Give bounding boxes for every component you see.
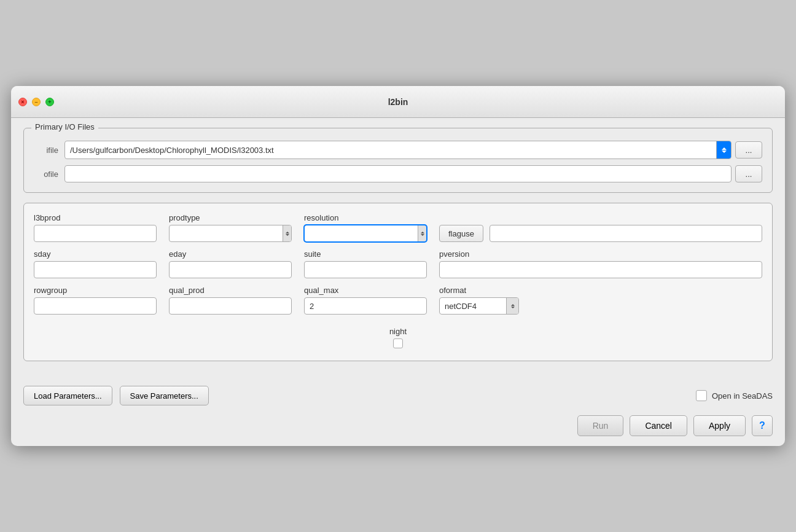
oformat-value: netCDF4: [440, 302, 506, 311]
ofile-row: ofile ...: [34, 165, 762, 182]
qual-prod-label: qual_prod: [169, 286, 292, 295]
prodtype-spinner[interactable]: [283, 225, 291, 242]
prodtype-label: prodtype: [169, 213, 292, 222]
load-parameters-button[interactable]: Load Parameters...: [23, 386, 112, 405]
params-row-2: sday eday suite pversion: [34, 249, 762, 278]
ifile-input[interactable]: [65, 141, 716, 158]
resolution-item: resolution: [304, 213, 427, 242]
close-button[interactable]: ×: [18, 98, 27, 106]
qual-max-input[interactable]: [304, 297, 427, 315]
window-controls: × – +: [18, 98, 54, 106]
ofile-browse-button[interactable]: ...: [735, 165, 762, 182]
night-item: night: [389, 327, 407, 348]
ofile-input[interactable]: [64, 165, 732, 182]
flaguse-item: . flaguse: [439, 213, 762, 242]
open-seadas-wrapper: Open in SeaDAS: [696, 390, 773, 401]
sday-item: sday: [34, 249, 157, 278]
suite-label: suite: [304, 249, 427, 259]
bottom-bar: Load Parameters... Save Parameters... Op…: [11, 381, 785, 415]
prodtype-input[interactable]: [170, 225, 283, 241]
app-window: × – + l2bin Primary I/O Files ifile: [11, 86, 785, 446]
params-row-1: l3bprod prodtype resol: [34, 213, 762, 242]
cancel-button[interactable]: Cancel: [630, 415, 687, 436]
qual-prod-input[interactable]: [169, 297, 292, 315]
oformat-item: oformat netCDF4: [439, 286, 762, 315]
eday-input[interactable]: [169, 261, 292, 278]
params-row-4: night: [34, 322, 762, 351]
sday-label: sday: [34, 249, 157, 259]
ifile-spinner[interactable]: [716, 141, 731, 158]
ofile-input-wrapper: ...: [64, 165, 762, 182]
ofile-label: ofile: [34, 170, 58, 179]
prodtype-item: prodtype: [169, 213, 292, 242]
main-content: Primary I/O Files ifile ...: [11, 118, 785, 381]
qual-max-item: qual_max: [304, 286, 427, 315]
minimize-button[interactable]: –: [32, 98, 41, 106]
resolution-input[interactable]: [305, 225, 418, 241]
sday-input[interactable]: [34, 261, 157, 278]
resolution-label: resolution: [304, 213, 427, 222]
qual-prod-item: qual_prod: [169, 286, 292, 315]
rowgroup-input[interactable]: [34, 297, 157, 315]
parameters-section: l3bprod prodtype resol: [23, 203, 773, 361]
eday-item: eday: [169, 249, 292, 278]
maximize-button[interactable]: +: [45, 98, 54, 106]
flaguse-button[interactable]: flaguse: [439, 225, 483, 242]
primary-io-legend: Primary I/O Files: [31, 122, 98, 131]
help-button[interactable]: ?: [752, 415, 773, 436]
save-parameters-button[interactable]: Save Parameters...: [120, 386, 209, 405]
apply-button[interactable]: Apply: [693, 415, 746, 436]
open-seadas-label: Open in SeaDAS: [712, 391, 773, 401]
eday-label: eday: [169, 249, 292, 259]
resolution-select-wrapper: [304, 225, 427, 242]
action-bar: Run Cancel Apply ?: [11, 415, 785, 446]
rowgroup-label: rowgroup: [34, 286, 157, 295]
qual-max-label: qual_max: [304, 286, 427, 295]
suite-input[interactable]: [304, 261, 427, 278]
l3bprod-input[interactable]: [34, 225, 157, 242]
oformat-label: oformat: [439, 286, 762, 295]
ifile-input-container: [64, 141, 732, 159]
params-row-3: rowgroup qual_prod qual_max oformat: [34, 286, 762, 315]
resolution-spinner[interactable]: [418, 225, 426, 242]
oformat-select-wrapper: netCDF4: [439, 297, 519, 315]
open-seadas-checkbox[interactable]: [696, 390, 707, 401]
ifile-row: ifile ...: [34, 141, 762, 159]
night-checkbox[interactable]: [393, 338, 403, 348]
pversion-item: pversion: [439, 249, 762, 278]
suite-item: suite: [304, 249, 427, 278]
ifile-label: ifile: [34, 146, 58, 155]
window-title: l2bin: [388, 97, 408, 107]
flaguse-row: flaguse: [439, 225, 762, 242]
title-bar: × – + l2bin: [11, 86, 785, 118]
ifile-browse-button[interactable]: ...: [735, 141, 762, 158]
primary-io-section: Primary I/O Files ifile ...: [23, 128, 773, 193]
pversion-label: pversion: [439, 249, 762, 259]
flaguse-input[interactable]: [490, 225, 762, 242]
run-button[interactable]: Run: [577, 415, 624, 436]
l3bprod-label: l3bprod: [34, 213, 157, 222]
l3bprod-item: l3bprod: [34, 213, 157, 242]
flaguse-spacer: .: [439, 213, 762, 222]
night-label: night: [389, 327, 407, 336]
ifile-input-wrapper: ...: [64, 141, 762, 159]
prodtype-select-wrapper: [169, 225, 292, 242]
rowgroup-item: rowgroup: [34, 286, 157, 315]
oformat-spinner[interactable]: [506, 297, 518, 315]
pversion-input[interactable]: [439, 261, 762, 278]
